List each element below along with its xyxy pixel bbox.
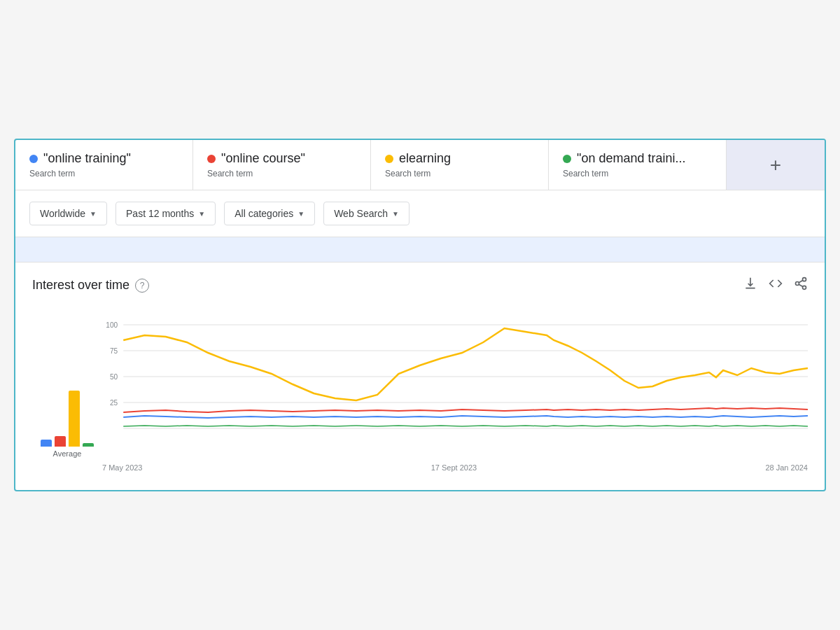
mini-bar-chart: Average xyxy=(32,311,102,479)
location-filter-label: Worldwide xyxy=(40,208,85,219)
term-text: "online course" xyxy=(221,151,305,166)
bar-chart-mini xyxy=(41,377,94,447)
term-text: elearning xyxy=(399,151,451,166)
category-filter[interactable]: All categories ▼ xyxy=(224,202,315,225)
term-text: "on demand traini... xyxy=(577,151,685,166)
search-term-on-demand-training[interactable]: "on demand traini... Search term xyxy=(549,140,727,190)
search-term-online-course[interactable]: "online course" Search term xyxy=(193,140,371,190)
term-name: elearning xyxy=(385,151,534,166)
chevron-down-icon: ▼ xyxy=(198,210,205,218)
chart-header: Interest over time ? xyxy=(32,276,808,294)
svg-text:25: 25 xyxy=(110,399,118,407)
help-icon[interactable]: ? xyxy=(135,279,149,293)
svg-line-3 xyxy=(799,284,803,286)
term-dot xyxy=(29,155,38,163)
term-label: Search term xyxy=(29,169,178,178)
term-label: Search term xyxy=(563,169,712,178)
svg-point-1 xyxy=(796,282,799,286)
avg-label: Average xyxy=(53,449,82,458)
term-label: Search term xyxy=(207,169,356,178)
search-terms-row: "online training" Search term "online co… xyxy=(15,140,825,190)
term-dot xyxy=(207,155,216,163)
chevron-down-icon: ▼ xyxy=(298,210,304,218)
line-chart: 100 75 50 25 7 May 2023 17 Sept 2023 xyxy=(102,311,808,479)
category-filter-label: All categories xyxy=(234,208,293,219)
search-type-filter-label: Web Search xyxy=(334,208,388,219)
mini-bar-on-demand-training xyxy=(83,443,94,447)
time-filter-label: Past 12 months xyxy=(126,208,194,219)
search-term-online-training[interactable]: "online training" Search term xyxy=(15,140,193,190)
svg-text:50: 50 xyxy=(110,373,118,381)
chart-title-group: Interest over time ? xyxy=(32,278,149,293)
embed-button[interactable] xyxy=(769,276,783,294)
chart-title: Interest over time xyxy=(32,278,130,293)
chart-section: Interest over time ? xyxy=(15,262,825,490)
date-label-2: 17 Sept 2023 xyxy=(431,463,477,472)
chart-actions xyxy=(743,276,808,294)
mini-bar-online-course xyxy=(55,436,66,447)
location-filter[interactable]: Worldwide ▼ xyxy=(29,202,107,225)
term-name: "on demand traini... xyxy=(563,151,712,166)
svg-text:100: 100 xyxy=(106,321,118,329)
chart-dates: 7 May 2023 17 Sept 2023 28 Jan 2024 xyxy=(102,461,808,472)
time-filter[interactable]: Past 12 months ▼ xyxy=(115,202,216,225)
term-label: Search term xyxy=(385,169,534,178)
add-term-button[interactable]: + xyxy=(727,140,825,190)
chevron-down-icon: ▼ xyxy=(90,210,97,218)
main-container: "online training" Search term "online co… xyxy=(14,139,826,491)
term-text: "online training" xyxy=(43,151,131,166)
term-dot xyxy=(563,155,571,163)
filters-row: Worldwide ▼ Past 12 months ▼ All categor… xyxy=(15,190,825,237)
chevron-down-icon: ▼ xyxy=(392,210,399,218)
chart-area: Average 100 75 50 25 xyxy=(32,311,808,479)
search-term-elearning[interactable]: elearning Search term xyxy=(371,140,549,190)
svg-text:75: 75 xyxy=(110,347,118,355)
svg-point-2 xyxy=(803,286,806,289)
share-button[interactable] xyxy=(794,276,808,294)
question-mark: ? xyxy=(140,281,145,290)
date-label-3: 28 Jan 2024 xyxy=(765,463,808,472)
mini-bar-elearning xyxy=(69,391,80,447)
date-label-1: 7 May 2023 xyxy=(102,463,142,472)
plus-icon: + xyxy=(770,154,781,176)
download-button[interactable] xyxy=(743,276,757,294)
search-type-filter[interactable]: Web Search ▼ xyxy=(323,202,410,225)
svg-point-0 xyxy=(803,278,806,281)
term-dot xyxy=(385,155,393,163)
subheader-bar xyxy=(15,237,825,262)
svg-line-4 xyxy=(799,280,803,282)
mini-bar-online-training xyxy=(41,440,52,447)
term-name: "online training" xyxy=(29,151,178,166)
term-name: "online course" xyxy=(207,151,356,166)
